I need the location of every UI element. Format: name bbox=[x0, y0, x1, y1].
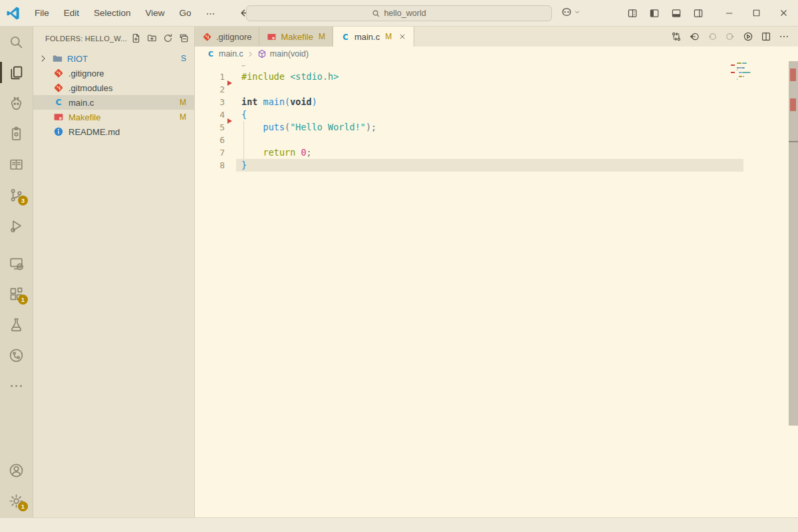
tab-bar: .gitignoreMakefileMCmain.cM bbox=[195, 27, 798, 47]
code-line-6[interactable]: 6 bbox=[195, 134, 798, 146]
activity-item-testing[interactable] bbox=[0, 309, 33, 340]
fold-ellipsis[interactable]: ⋯ bbox=[195, 61, 798, 70]
tab-makefile[interactable]: MakefileM bbox=[259, 27, 332, 47]
activity-item-raspberry-pi[interactable] bbox=[0, 88, 33, 118]
git-deleted-marker[interactable] bbox=[227, 118, 232, 124]
sidebar-item-gitignore[interactable]: .gitignore bbox=[33, 66, 194, 80]
code-token: 0 bbox=[301, 147, 306, 158]
git-icon bbox=[202, 32, 212, 42]
activity-item-extensions[interactable]: 1 bbox=[0, 279, 33, 309]
overview-deleted-marker bbox=[790, 98, 796, 111]
new-file-icon[interactable] bbox=[131, 33, 141, 43]
minimap-row bbox=[737, 78, 777, 80]
tab-modified-badge: M bbox=[385, 32, 392, 41]
sidebar-item-gitmodules[interactable]: .gitmodules bbox=[33, 80, 194, 95]
minimap-row bbox=[737, 72, 777, 73]
layout-controls bbox=[627, 8, 704, 19]
code-line-3[interactable]: 3int main(void) bbox=[195, 96, 798, 108]
code-line-5[interactable]: 5 puts("Hello World!"); bbox=[195, 121, 798, 134]
collapse-all-icon[interactable] bbox=[179, 33, 189, 43]
minimap-row bbox=[737, 69, 777, 70]
menu-selection[interactable]: Selection bbox=[86, 8, 138, 19]
circle-prev-icon[interactable] bbox=[707, 31, 718, 42]
command-search-box[interactable]: hello_world bbox=[246, 5, 552, 21]
refresh-icon[interactable] bbox=[163, 33, 173, 43]
code-token: void bbox=[290, 96, 312, 107]
menu-[interactable]: ⋯ bbox=[199, 8, 223, 19]
tabbar-empty-space bbox=[414, 27, 671, 47]
menu-bar: FileEditSelectionViewGo⋯ bbox=[27, 8, 222, 19]
menu-file[interactable]: File bbox=[27, 8, 57, 19]
circle-arrow-left-icon[interactable] bbox=[689, 31, 700, 42]
minimap-segment bbox=[743, 76, 744, 77]
run-circle-icon[interactable] bbox=[743, 31, 753, 42]
activity-item-accounts[interactable] bbox=[0, 455, 33, 485]
minimap-segment bbox=[737, 69, 737, 70]
layout-panel-icon[interactable] bbox=[671, 8, 682, 19]
close-icon[interactable] bbox=[398, 33, 406, 41]
activity-item-source-control[interactable]: 3 bbox=[0, 180, 33, 210]
git-deleted-marker[interactable] bbox=[227, 80, 232, 86]
tab-gitignore[interactable]: .gitignore bbox=[195, 27, 259, 47]
menu-go[interactable]: Go bbox=[172, 8, 199, 19]
activity-item-settings[interactable]: 1 bbox=[0, 485, 33, 516]
breadcrumb-item-main-void[interactable]: main(void) bbox=[270, 49, 309, 59]
editor-scrollbar[interactable] bbox=[789, 61, 798, 426]
breadcrumb[interactable]: Cmain.cmain(void) bbox=[195, 47, 798, 61]
activity-item-run-debug[interactable] bbox=[0, 210, 33, 241]
account-icon bbox=[9, 463, 24, 478]
file-label: RIOT bbox=[67, 54, 88, 64]
activity-item-explorer[interactable] bbox=[0, 57, 33, 88]
search-icon bbox=[372, 9, 380, 18]
code-line-8[interactable]: 8} bbox=[195, 159, 798, 172]
minimap-segment bbox=[737, 63, 741, 64]
sidebar-section-header[interactable]: FOLDERS: HELLO_W... bbox=[33, 27, 194, 45]
file-label: .gitignore bbox=[68, 68, 104, 78]
activity-item-source-control-graph[interactable] bbox=[0, 340, 33, 370]
c-icon: C bbox=[53, 97, 64, 108]
sidebar-actions bbox=[131, 33, 189, 43]
minimap-git-marker bbox=[731, 65, 735, 66]
sidebar-item-riot[interactable]: RIOTS bbox=[33, 51, 194, 66]
menu-edit[interactable]: Edit bbox=[57, 8, 86, 19]
tab-label: .gitignore bbox=[216, 32, 251, 42]
file-label: README.md bbox=[68, 127, 120, 137]
layout-customize-icon[interactable] bbox=[627, 8, 638, 19]
sidebar-item-readme-md[interactable]: README.md bbox=[33, 124, 194, 139]
layout-sidebar-left-icon[interactable] bbox=[649, 8, 660, 19]
maximize-icon[interactable] bbox=[751, 8, 761, 18]
remote-explorer-icon bbox=[9, 256, 24, 271]
activity-item-dev-board[interactable] bbox=[0, 118, 33, 149]
layout-sidebar-right-icon[interactable] bbox=[693, 8, 704, 19]
folder-icon bbox=[52, 53, 63, 64]
copilot-icon bbox=[561, 6, 573, 18]
breadcrumb-item-main-c[interactable]: main.c bbox=[219, 49, 243, 59]
c-icon: C bbox=[340, 32, 350, 42]
menu-view[interactable]: View bbox=[138, 8, 172, 19]
copilot-menu[interactable] bbox=[561, 6, 581, 18]
minimize-icon[interactable] bbox=[724, 8, 734, 18]
code-token bbox=[257, 96, 263, 107]
activity-item-search[interactable] bbox=[0, 27, 33, 57]
activity-item-remote-explorer[interactable] bbox=[0, 248, 33, 279]
close-icon[interactable] bbox=[779, 8, 789, 18]
sidebar-item-makefile[interactable]: MakefileM bbox=[33, 110, 194, 124]
activity-item-docs[interactable] bbox=[0, 149, 33, 180]
overview-cursor-marker bbox=[789, 141, 798, 142]
minimap[interactable] bbox=[737, 63, 777, 80]
code-line-1[interactable]: 1#include <stdio.h> bbox=[195, 70, 798, 83]
circle-next-icon[interactable] bbox=[725, 31, 735, 42]
new-folder-icon[interactable] bbox=[147, 33, 157, 43]
compare-changes-icon[interactable] bbox=[671, 31, 682, 42]
graph-circle-icon bbox=[9, 348, 24, 363]
sidebar-item-main-c[interactable]: Cmain.cM bbox=[33, 95, 194, 110]
tab-main-c[interactable]: Cmain.cM bbox=[333, 27, 414, 47]
ellipsis-icon[interactable] bbox=[779, 31, 789, 42]
code-line-4[interactable]: 4{ bbox=[195, 108, 798, 121]
code-line-7[interactable]: 7 return 0; bbox=[195, 146, 798, 159]
code-line-2[interactable]: 2 bbox=[195, 83, 798, 96]
split-editor-icon[interactable] bbox=[761, 31, 771, 42]
activity-item-more[interactable] bbox=[0, 370, 33, 401]
code-editor[interactable]: ⋯ 1#include <stdio.h>23int main(void)4{5… bbox=[195, 61, 798, 517]
files-icon bbox=[9, 65, 24, 80]
